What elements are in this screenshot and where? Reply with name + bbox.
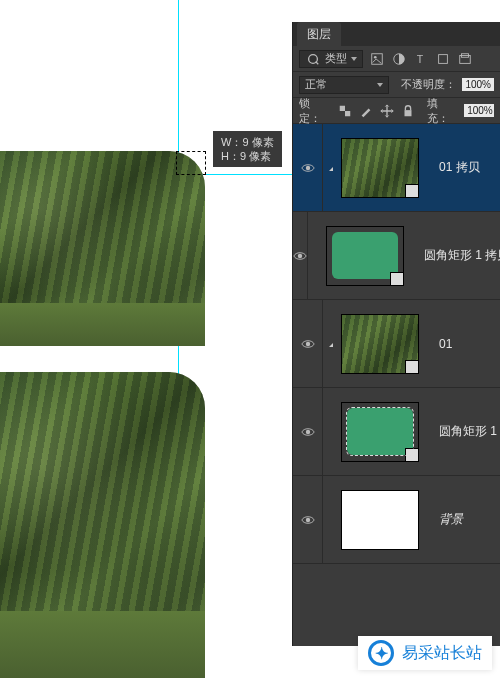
thumbnail-badge-icon <box>390 272 404 286</box>
thumbnail-badge-icon <box>405 184 419 198</box>
lock-row: 锁定： 填充： 100% <box>293 98 500 124</box>
chevron-down-icon <box>377 83 383 87</box>
svg-text:T: T <box>417 52 424 64</box>
svg-line-1 <box>316 61 319 64</box>
clip-indicator-icon <box>327 339 337 349</box>
layer-thumbnail[interactable] <box>341 402 419 462</box>
layer-row[interactable]: 圆角矩形 1 拷贝 <box>293 212 500 300</box>
filter-type-dropdown[interactable]: 类型 <box>299 50 363 68</box>
layers-panel: 图层 类型 T 正常 不透明度： 100% 锁定： 填充： <box>292 22 500 646</box>
layer-row[interactable]: 圆角矩形 1 <box>293 388 500 476</box>
tooltip-width: W：9 像素 <box>221 135 274 149</box>
layer-name[interactable]: 圆角矩形 1 拷贝 <box>412 247 500 264</box>
blend-mode-value: 正常 <box>305 77 327 92</box>
visibility-toggle[interactable] <box>293 388 323 475</box>
svg-point-15 <box>305 429 309 433</box>
svg-rect-6 <box>439 54 448 63</box>
layer-thumbnail[interactable] <box>341 490 419 550</box>
chevron-down-icon <box>351 57 357 61</box>
watermark-icon: ✦ <box>368 640 394 666</box>
lock-label: 锁定： <box>299 96 330 126</box>
filter-text-icon[interactable]: T <box>413 51 429 67</box>
filter-row: 类型 T <box>293 46 500 72</box>
layer-name[interactable]: 圆角矩形 1 <box>427 423 497 440</box>
thumbnail-badge-icon <box>405 448 419 462</box>
transform-tooltip: W：9 像素 H：9 像素 <box>213 131 282 167</box>
layer-row[interactable]: 01 拷贝 <box>293 124 500 212</box>
layer-name[interactable]: 01 拷贝 <box>427 159 480 176</box>
blend-mode-dropdown[interactable]: 正常 <box>299 76 389 94</box>
thumbnail-badge-icon <box>405 360 419 374</box>
svg-point-3 <box>374 55 377 58</box>
opacity-label: 不透明度： <box>401 77 456 92</box>
blend-row: 正常 不透明度： 100% <box>293 72 500 98</box>
layer-thumbnail[interactable] <box>341 314 419 374</box>
svg-point-12 <box>305 165 309 169</box>
filter-icon <box>305 51 321 67</box>
visibility-toggle[interactable] <box>293 212 308 299</box>
layer-name[interactable]: 01 <box>427 337 452 351</box>
clip-indicator-icon <box>327 163 337 173</box>
svg-point-14 <box>305 341 309 345</box>
tooltip-height: H：9 像素 <box>221 149 274 163</box>
layer-name[interactable]: 背景 <box>427 511 463 528</box>
layer-row[interactable]: 01 <box>293 300 500 388</box>
layer-thumb-wrap <box>308 226 412 286</box>
canvas-image-bottom[interactable] <box>0 372 205 678</box>
watermark: ✦ 易采站长站 <box>358 636 492 670</box>
lock-brush-icon[interactable] <box>359 103 374 119</box>
svg-rect-11 <box>404 110 411 116</box>
fill-value[interactable]: 100% <box>464 104 494 117</box>
tab-layers[interactable]: 图层 <box>297 22 341 46</box>
filter-shape-icon[interactable] <box>435 51 451 67</box>
visibility-toggle[interactable] <box>293 476 323 563</box>
layer-thumb-wrap <box>323 138 427 198</box>
filter-type-label: 类型 <box>325 51 347 66</box>
layer-thumbnail[interactable] <box>326 226 404 286</box>
svg-rect-10 <box>345 111 350 116</box>
layer-thumb-wrap <box>323 402 427 462</box>
opacity-value[interactable]: 100% <box>462 78 494 91</box>
filter-adjustment-icon[interactable] <box>391 51 407 67</box>
layer-thumbnail[interactable] <box>341 138 419 198</box>
lock-move-icon[interactable] <box>380 103 395 119</box>
svg-point-16 <box>305 517 309 521</box>
canvas-area[interactable]: W：9 像素 H：9 像素 <box>0 0 292 678</box>
visibility-toggle[interactable] <box>293 300 323 387</box>
svg-rect-9 <box>340 105 345 110</box>
lock-transparent-icon[interactable] <box>338 103 353 119</box>
watermark-text: 易采站长站 <box>402 643 482 664</box>
filter-pixel-icon[interactable] <box>369 51 385 67</box>
layer-thumb-wrap <box>323 314 427 374</box>
layer-row[interactable]: 背景 <box>293 476 500 564</box>
lock-all-icon[interactable] <box>400 103 415 119</box>
visibility-toggle[interactable] <box>293 124 323 211</box>
transform-selection[interactable] <box>176 151 206 175</box>
fill-label: 填充： <box>427 96 458 126</box>
canvas-image-top[interactable] <box>0 151 205 346</box>
layers-list: 01 拷贝圆角矩形 1 拷贝01圆角矩形 1背景 <box>293 124 500 646</box>
layer-thumb-wrap <box>323 490 427 550</box>
filter-smartobject-icon[interactable] <box>457 51 473 67</box>
svg-point-13 <box>298 253 302 257</box>
panel-tab-bar: 图层 <box>293 22 500 46</box>
